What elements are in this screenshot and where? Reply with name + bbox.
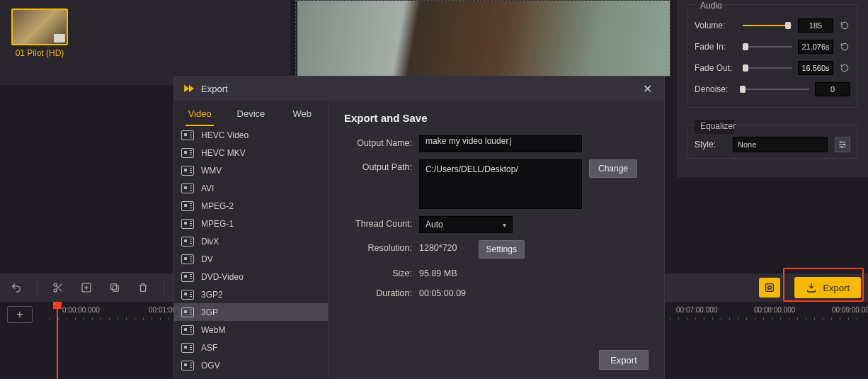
reset-icon[interactable] <box>839 20 850 31</box>
media-bin: 01 Pilot (HD) <box>0 0 290 85</box>
denoise-row: Denoise: 0 <box>695 79 850 100</box>
duration-value: 00:05:00.09 <box>419 285 466 298</box>
format-item[interactable]: ASF <box>174 339 328 356</box>
chevron-down-icon: ▾ <box>503 221 506 229</box>
clip-thumbnail[interactable] <box>11 9 68 45</box>
tab-device[interactable]: Device <box>225 101 276 126</box>
fadein-label: Fade In: <box>695 42 737 52</box>
film-icon <box>54 34 65 43</box>
dialog-export-button[interactable]: Export <box>599 350 649 370</box>
format-item[interactable]: WMV <box>174 162 328 179</box>
svg-rect-6 <box>113 285 118 291</box>
add-track-button[interactable]: + <box>7 306 33 323</box>
format-list[interactable]: HEVC VideoHEVC MKVWMVAVIMPEG-2MPEG-1DivX… <box>174 126 328 379</box>
format-item[interactable]: 3GP <box>174 303 328 321</box>
dialog-title: Export <box>201 84 228 94</box>
output-path-field[interactable]: C:/Users/DELL/Desktop/ <box>419 159 582 209</box>
video-file-icon <box>181 148 194 158</box>
format-item[interactable]: DivX <box>174 232 328 250</box>
volume-slider[interactable] <box>743 20 792 31</box>
preview-frame-image <box>297 1 670 76</box>
eq-settings-button[interactable] <box>835 137 850 152</box>
format-item[interactable]: DVD-Video <box>174 268 328 285</box>
format-label: DVD-Video <box>201 272 244 282</box>
svg-point-3 <box>54 283 57 286</box>
format-item[interactable]: MPEG-1 <box>174 215 328 232</box>
export-form: Export and Save Output Name: make my vid… <box>329 101 664 379</box>
format-label: 3GP2 <box>201 290 223 300</box>
denoise-slider[interactable] <box>743 84 809 95</box>
format-item[interactable]: MPEG-2 <box>174 197 328 215</box>
equalizer-section-title: Equalizer <box>695 120 734 134</box>
volume-label: Volume: <box>695 21 737 30</box>
fadeout-value[interactable]: 16.560s <box>798 61 833 75</box>
reset-icon[interactable] <box>839 41 850 52</box>
add-icon[interactable] <box>77 278 96 297</box>
format-label: WMV <box>201 166 222 176</box>
format-label: DV <box>201 254 213 264</box>
playhead[interactable] <box>57 302 58 379</box>
svg-point-4 <box>54 289 57 292</box>
fadeout-slider[interactable] <box>743 62 792 74</box>
format-item[interactable]: AVI <box>174 179 328 197</box>
video-file-icon <box>181 237 194 247</box>
format-label: WebM <box>201 325 225 335</box>
thread-count-select[interactable]: Auto ▾ <box>419 216 513 233</box>
ruler-tick: 00:07:00.000 <box>676 306 717 314</box>
fadein-slider[interactable] <box>743 41 792 52</box>
output-path-label: Output Path: <box>344 159 412 172</box>
video-file-icon <box>181 343 194 353</box>
video-file-icon <box>181 219 194 229</box>
fadein-row: Fade In: 21.076s <box>695 36 850 57</box>
dialog-titlebar[interactable]: Export ✕ <box>174 77 664 101</box>
app-logo-icon <box>183 82 195 95</box>
reset-icon[interactable] <box>839 62 850 74</box>
video-file-icon <box>181 361 194 370</box>
video-file-icon <box>181 290 194 300</box>
duration-label: Duration: <box>344 285 412 298</box>
svg-point-1 <box>843 144 845 145</box>
svg-rect-7 <box>111 284 117 290</box>
format-item[interactable]: HEVC Video <box>174 126 328 144</box>
format-item[interactable]: 3GP2 <box>174 285 328 303</box>
svg-point-0 <box>840 141 842 142</box>
copy-icon[interactable] <box>105 278 124 297</box>
format-item[interactable]: HEVC MKV <box>174 144 328 162</box>
format-item[interactable]: DV <box>174 250 328 268</box>
tab-video[interactable]: Video <box>174 101 225 126</box>
format-label: AVI <box>201 183 214 193</box>
resolution-settings-button[interactable]: Settings <box>479 240 525 259</box>
svg-rect-10 <box>766 284 774 292</box>
video-file-icon <box>181 183 194 193</box>
export-dialog: Export ✕ Video Device Web HEVC VideoHEVC… <box>174 77 664 379</box>
scissors-icon[interactable] <box>49 278 67 297</box>
export-button-label: Export <box>823 283 850 293</box>
video-file-icon <box>181 307 194 317</box>
format-label: ASF <box>201 343 217 353</box>
thread-count-label: Thread Count: <box>344 216 412 229</box>
ruler-tick: 00:09:00.000 <box>832 306 868 314</box>
eq-style-select[interactable]: None <box>733 137 828 152</box>
output-name-field[interactable]: make my video louder <box>419 135 582 152</box>
format-label: HEVC Video <box>201 130 249 140</box>
fadein-value[interactable]: 21.076s <box>798 40 833 54</box>
change-path-button[interactable]: Change <box>589 159 637 178</box>
export-button[interactable]: Export <box>794 277 861 298</box>
resolution-label: Resolution: <box>344 240 412 253</box>
format-item[interactable]: OGV <box>174 356 328 374</box>
format-label: 3GP <box>201 307 218 317</box>
video-file-icon <box>181 254 194 264</box>
format-label: OGV <box>201 361 220 370</box>
close-icon[interactable]: ✕ <box>639 80 656 97</box>
video-file-icon <box>181 166 194 176</box>
format-item[interactable]: WebM <box>174 321 328 339</box>
format-label: DivX <box>201 237 219 247</box>
quick-export-icon[interactable] <box>759 278 780 298</box>
tab-web[interactable]: Web <box>277 101 328 126</box>
volume-value[interactable]: 185 <box>798 18 833 33</box>
trash-icon[interactable] <box>134 278 152 297</box>
undo-icon[interactable] <box>7 278 25 297</box>
denoise-value[interactable]: 0 <box>815 82 850 96</box>
format-label: MPEG-2 <box>201 201 234 211</box>
video-file-icon <box>181 325 194 335</box>
